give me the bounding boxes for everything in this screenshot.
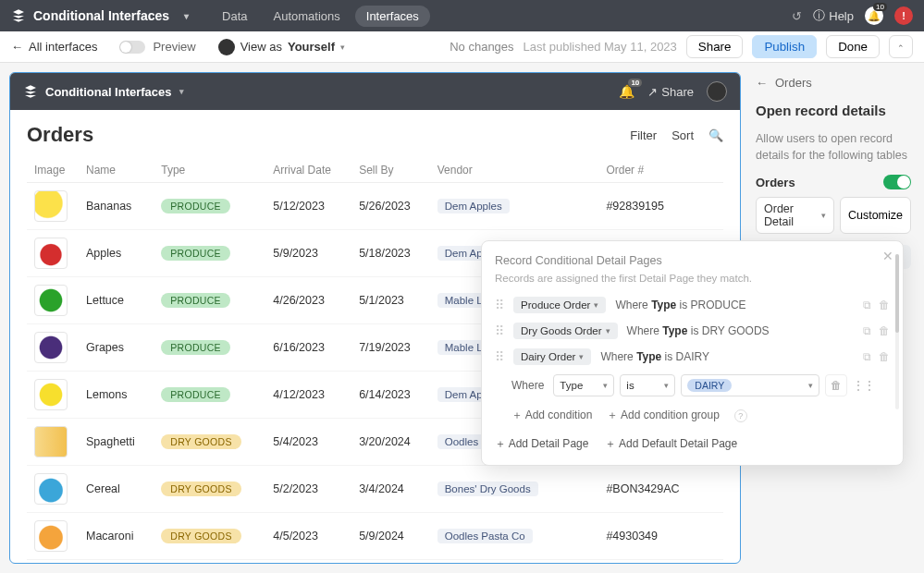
drag-handle[interactable]: ⋮⋮ — [853, 374, 875, 396]
cell-arrival: 4/26/2023 — [265, 277, 351, 324]
arrow-left-icon: ← — [11, 40, 23, 54]
type-pill: DRY GOODS — [161, 482, 241, 496]
rule-text: Where Type is PRODUCE — [615, 299, 745, 311]
cell-arrival: 4/5/2023 — [265, 513, 351, 560]
column-header[interactable]: Vendor — [430, 158, 599, 183]
user-avatar[interactable]: ! — [894, 6, 913, 25]
field-select[interactable]: Type▾ — [553, 374, 614, 396]
add-condition-link[interactable]: ＋ Add condition — [511, 408, 592, 423]
publish-button[interactable]: Publish — [752, 35, 817, 58]
workspace-title[interactable]: Conditional Interfaces ▾ — [11, 8, 196, 23]
cell-order: #BON3429AC — [598, 466, 723, 513]
trash-icon: 🗑 — [831, 379, 842, 392]
done-button[interactable]: Done — [826, 35, 880, 58]
customize-button[interactable]: Customize — [840, 197, 911, 234]
scrollbar[interactable] — [895, 254, 899, 409]
rule-text: Where Type is DAIRY — [600, 350, 709, 363]
record-thumbnail — [34, 285, 68, 316]
drag-handle-icon[interactable]: ⠿ — [495, 349, 504, 364]
crumb-label: Orders — [775, 76, 812, 90]
detail-page-chip[interactable]: Dairy Order ▾ — [513, 348, 591, 365]
notifications-button[interactable]: 🔔 10 — [865, 6, 883, 25]
share-button[interactable]: Share — [686, 35, 744, 58]
record-thumbnail — [34, 473, 68, 505]
help-link[interactable]: ⓘ Help — [813, 7, 854, 24]
more-button[interactable]: ⌃ — [889, 35, 913, 58]
table-row[interactable]: BananasPRODUCE5/12/20235/26/2023Dem Appl… — [27, 183, 723, 230]
add-default-detail-page-link[interactable]: ＋ Add Default Detail Page — [605, 436, 737, 452]
view-as-selector[interactable]: View as Yourself ▾ — [218, 39, 345, 55]
operator-select[interactable]: is▾ — [620, 374, 675, 396]
preview-label: Preview — [153, 40, 195, 54]
value-tag: DAIRY — [687, 379, 732, 392]
column-header[interactable]: Sell By — [351, 158, 430, 183]
workspace-name: Conditional Interfaces — [33, 8, 169, 23]
table-row[interactable]: FlourDRY GOODS6/23/20237/24/2024Tulip Fl… — [27, 560, 723, 564]
column-header[interactable]: Type — [154, 158, 265, 183]
chevron-up-icon: ⌃ — [897, 43, 905, 53]
table-row[interactable]: MacaroniDRY GOODS4/5/20235/9/2024Oodles … — [27, 513, 723, 560]
tab-automations[interactable]: Automations — [263, 6, 351, 27]
share-icon: ↗ — [647, 85, 658, 99]
viewas-value: Yourself — [288, 40, 335, 54]
panel-description: Allow users to open record details for t… — [756, 131, 911, 164]
popover-title: Record Conditional Detail Pages — [495, 254, 890, 267]
preview-notifications[interactable]: 🔔 10 — [619, 84, 634, 99]
delete-icon[interactable]: 🗑 — [879, 299, 890, 311]
detail-page-chip[interactable]: Produce Order ▾ — [513, 297, 606, 313]
drag-handle-icon[interactable]: ⠿ — [495, 298, 504, 312]
cell-sellby: 3/20/2024 — [351, 419, 430, 466]
tab-interfaces[interactable]: Interfaces — [355, 6, 430, 27]
cell-order: #TFC-292093 — [598, 560, 723, 564]
chevron-down-icon: ▾ — [808, 381, 813, 390]
column-header[interactable]: Name — [79, 158, 154, 183]
duplicate-icon[interactable]: ⧉ — [863, 324, 871, 337]
delete-condition-button[interactable]: 🗑 — [825, 374, 847, 396]
tab-data[interactable]: Data — [211, 6, 258, 27]
panel-breadcrumb[interactable]: ← Orders — [756, 76, 911, 90]
duplicate-icon[interactable]: ⧉ — [863, 350, 871, 363]
column-header[interactable]: Order # — [598, 158, 723, 183]
type-pill: PRODUCE — [161, 387, 230, 402]
chevron-down-icon[interactable]: ▾ — [179, 87, 184, 96]
table-row[interactable]: CerealDRY GOODS5/2/20233/4/2024Bones' Dr… — [27, 466, 723, 513]
last-published: Last published May 11, 2023 — [524, 40, 677, 54]
value-select[interactable]: DAIRY▾ — [681, 374, 819, 396]
condition-rule: ⠿Produce Order ▾Where Type is PRODUCE⧉🗑 — [495, 297, 890, 313]
detail-page-select[interactable]: Order Detail ▾ — [756, 197, 834, 234]
close-icon[interactable]: ✕ — [882, 249, 893, 263]
back-label: All interfaces — [29, 40, 97, 54]
cell-sellby: 5/1/2023 — [351, 277, 430, 324]
chevron-down-icon: ▾ — [340, 43, 345, 52]
rule-text: Where Type is DRY GOODS — [627, 324, 770, 337]
add-condition-group-link[interactable]: ＋ Add condition group — [607, 408, 719, 423]
condition-builder: Where Type▾ is▾ DAIRY▾ 🗑 ⋮⋮ — [511, 374, 890, 396]
column-header[interactable]: Image — [27, 158, 79, 183]
detail-page-chip[interactable]: Dry Goods Order ▾ — [513, 323, 618, 339]
orders-toggle[interactable] — [883, 175, 911, 189]
cell-name: Macaroni — [79, 513, 154, 560]
page-title: Orders — [27, 123, 93, 147]
conditional-detail-popover: ✕ Record Conditional Detail Pages Record… — [481, 240, 904, 466]
delete-icon[interactable]: 🗑 — [879, 350, 890, 363]
add-detail-page-link[interactable]: ＋ Add Detail Page — [495, 436, 588, 452]
delete-icon[interactable]: 🗑 — [879, 324, 890, 337]
sort-button[interactable]: Sort — [671, 128, 694, 142]
info-icon[interactable]: ? — [734, 409, 747, 422]
notif-badge: 10 — [628, 79, 642, 87]
filter-button[interactable]: Filter — [630, 128, 657, 142]
back-all-interfaces[interactable]: ← All interfaces — [11, 40, 97, 54]
avatar-icon — [218, 39, 235, 55]
preview-switch[interactable] — [119, 41, 145, 54]
chevron-down-icon: ▾ — [664, 381, 669, 390]
cell-name: Cereal — [79, 466, 154, 513]
column-header[interactable]: Arrival Date — [265, 158, 351, 183]
history-icon[interactable]: ↺ — [792, 9, 802, 23]
preview-share-button[interactable]: ↗ Share — [647, 85, 694, 99]
drag-handle-icon[interactable]: ⠿ — [495, 323, 504, 338]
preview-avatar[interactable] — [707, 81, 727, 102]
chevron-down-icon: ▾ — [821, 211, 826, 220]
duplicate-icon[interactable]: ⧉ — [863, 299, 871, 311]
cell-arrival: 5/4/2023 — [265, 419, 351, 466]
search-icon[interactable]: 🔍 — [708, 128, 723, 142]
